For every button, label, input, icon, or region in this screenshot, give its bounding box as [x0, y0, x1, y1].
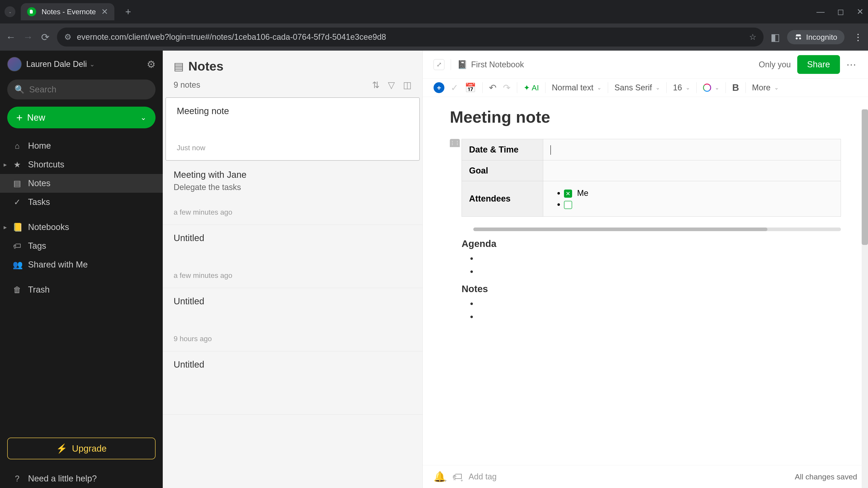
expand-caret-icon[interactable]: ▸	[4, 161, 7, 168]
add-tag-icon[interactable]: 🏷+	[452, 471, 462, 482]
notes-list[interactable]	[450, 299, 841, 322]
meta-label-datetime: Date & Time	[462, 139, 543, 160]
sidebar-item-notebooks[interactable]: ▸ 📒 Notebooks	[0, 218, 163, 236]
sidebar-item-shared[interactable]: 👥 Shared with Me	[0, 255, 163, 274]
upgrade-button[interactable]: ⚡ Upgrade	[7, 437, 156, 459]
table-row: Attendees ✕ Me	[462, 181, 841, 217]
attendee-item[interactable]: ✕ Me	[564, 188, 833, 198]
sidebar: Lauren Dale Deli ⌄ ⚙ 🔍 + New ⌄ ⌂ Home ▸ …	[0, 51, 163, 488]
sidebar-item-notes[interactable]: ▤ Notes	[0, 174, 163, 193]
tab-close-icon[interactable]: ✕	[101, 7, 108, 17]
incognito-badge[interactable]: Incognito	[787, 30, 844, 44]
user-avatar[interactable]	[7, 57, 22, 71]
browser-titlebar: ⌄ Notes - Evernote ✕ + — ◻ ✕	[0, 0, 868, 24]
trash-icon: 🗑	[13, 285, 22, 295]
notebook-breadcrumb[interactable]: 📓 First Notebook	[457, 60, 524, 69]
note-card-title: Untitled	[174, 233, 412, 243]
agenda-list[interactable]	[450, 254, 841, 276]
bookmark-star-icon[interactable]: ☆	[749, 32, 756, 42]
search-input[interactable]	[29, 85, 148, 94]
list-item[interactable]	[477, 254, 841, 263]
sort-icon[interactable]: ⇅	[372, 80, 380, 90]
drag-handle-icon[interactable]: ⋮⋮	[450, 139, 460, 147]
list-item[interactable]	[477, 299, 841, 308]
scrollbar-thumb[interactable]	[473, 228, 767, 231]
sidebar-item-trash[interactable]: 🗑 Trash	[0, 281, 163, 299]
calendar-icon[interactable]: 📅	[465, 83, 476, 93]
list-item[interactable]	[477, 312, 841, 322]
notebook-name: First Notebook	[471, 60, 524, 69]
username-dropdown[interactable]: Lauren Dale Deli ⌄	[26, 59, 142, 69]
note-body[interactable]: Meeting note ⋮⋮ Date & Time Goal Attende…	[423, 97, 868, 465]
scrollbar-thumb[interactable]	[862, 109, 868, 245]
note-card[interactable]: Untitled a few minutes ago	[163, 225, 423, 288]
meta-value-goal[interactable]	[543, 160, 841, 181]
notelist-title: Notes	[188, 59, 223, 73]
more-formatting-dropdown[interactable]: More ⌄	[752, 83, 779, 92]
more-actions-icon[interactable]: ⋯	[846, 59, 857, 70]
search-box[interactable]: 🔍	[7, 79, 156, 99]
checkbox-empty-icon[interactable]	[564, 201, 572, 209]
note-card[interactable]: Meeting with Jane Delegate the tasks a f…	[163, 162, 423, 225]
site-settings-icon[interactable]: ⚙	[64, 32, 71, 42]
filter-icon[interactable]: ▽	[388, 80, 395, 90]
check-circle-icon: ✓	[13, 197, 22, 207]
expand-caret-icon[interactable]: ▸	[4, 223, 7, 231]
paragraph-style-dropdown[interactable]: Normal text ⌄	[552, 83, 601, 92]
ai-button[interactable]: ✦ AI	[524, 83, 539, 92]
note-card[interactable]: Untitled	[163, 351, 423, 415]
expand-editor-icon[interactable]: ⤢	[434, 59, 444, 70]
vertical-scrollbar[interactable]	[862, 109, 868, 488]
notebook-icon: 📒	[13, 223, 22, 232]
window-maximize-icon[interactable]: ◻	[837, 7, 844, 17]
section-heading-notes[interactable]: Notes	[462, 284, 841, 294]
notebook-icon: 📓	[457, 60, 467, 69]
section-heading-agenda[interactable]: Agenda	[462, 238, 841, 249]
url-bar[interactable]: ⚙ evernote.com/client/web?login=true#/no…	[57, 28, 764, 46]
insert-button[interactable]: +	[434, 82, 444, 93]
browser-menu-icon[interactable]: ⋮	[854, 32, 863, 42]
window-close-icon[interactable]: ✕	[857, 7, 864, 17]
font-family-dropdown[interactable]: Sans Serif ⌄	[614, 83, 660, 92]
sidebar-item-tasks[interactable]: ✓ Tasks	[0, 193, 163, 212]
help-link[interactable]: ? Need a little help?	[0, 466, 163, 488]
side-panel-icon[interactable]: ◧	[770, 31, 781, 43]
sharing-status[interactable]: Only you	[759, 60, 791, 69]
settings-gear-icon[interactable]: ⚙	[147, 59, 156, 70]
sidebar-header: Lauren Dale Deli ⌄ ⚙	[0, 51, 163, 78]
bold-button[interactable]: B	[732, 82, 739, 93]
horizontal-scrollbar[interactable]	[473, 228, 841, 231]
view-mode-icon[interactable]: ◫	[403, 80, 412, 90]
chevron-down-icon: ⌄	[597, 85, 601, 91]
new-tab-button[interactable]: +	[125, 6, 131, 18]
undo-icon[interactable]: ↶	[489, 83, 497, 93]
sidebar-item-tags[interactable]: 🏷 Tags	[0, 236, 163, 255]
new-button[interactable]: + New ⌄	[7, 107, 156, 128]
browser-tab-active[interactable]: Notes - Evernote ✕	[21, 3, 114, 20]
attendee-item[interactable]	[564, 200, 833, 209]
note-card-selected[interactable]: Meeting note Just now	[165, 97, 420, 161]
task-icon[interactable]: ✓	[451, 83, 458, 93]
tab-search-button[interactable]: ⌄	[4, 6, 16, 17]
meta-value-datetime[interactable]	[543, 139, 841, 160]
nav-reload-icon[interactable]: ⟳	[40, 31, 51, 43]
font-size-dropdown[interactable]: 16 ⌄	[673, 83, 690, 92]
separator	[517, 82, 517, 93]
sidebar-item-home[interactable]: ⌂ Home	[0, 136, 163, 155]
editor-footer: 🔔+ 🏷+ Add tag All changes saved	[423, 465, 868, 488]
chevron-down-icon: ⌄	[774, 85, 779, 91]
note-title-field[interactable]: Meeting note	[450, 108, 841, 126]
window-minimize-icon[interactable]: —	[816, 7, 825, 17]
list-item[interactable]	[477, 267, 841, 276]
checkbox-checked-icon[interactable]: ✕	[564, 190, 572, 198]
nav-back-icon[interactable]: ←	[5, 31, 16, 43]
redo-icon[interactable]: ↷	[503, 83, 510, 93]
sidebar-item-shortcuts[interactable]: ▸ ★ Shortcuts	[0, 155, 163, 174]
text-color-dropdown[interactable]: ⌄	[703, 84, 719, 92]
note-card[interactable]: Untitled 9 hours ago	[163, 288, 423, 351]
add-tag-input[interactable]: Add tag	[469, 472, 788, 482]
meta-value-attendees[interactable]: ✕ Me	[543, 181, 841, 217]
note-card-title: Meeting with Jane	[174, 170, 412, 180]
share-button[interactable]: Share	[797, 55, 840, 74]
add-reminder-icon[interactable]: 🔔+	[434, 471, 446, 483]
